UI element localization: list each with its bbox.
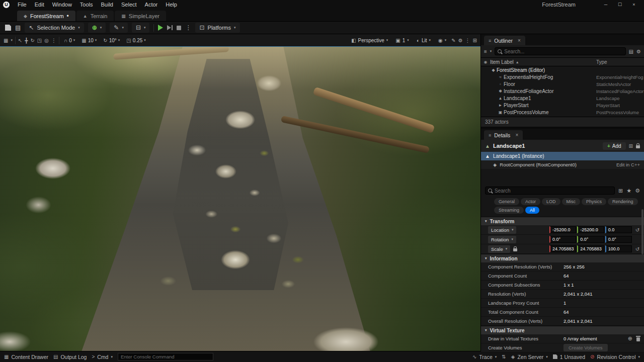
outliner-search-input[interactable] xyxy=(504,49,622,54)
quick-add-dropdown[interactable]: ⊕ ▾ xyxy=(88,23,106,33)
menu-build[interactable]: Build xyxy=(97,1,117,8)
display-options-icon[interactable]: ⊞ xyxy=(618,188,623,194)
details-search-input[interactable] xyxy=(495,188,612,194)
menu-file[interactable]: File xyxy=(14,1,31,8)
viewport-3d-scene[interactable] xyxy=(0,46,480,351)
rotation-dropdown[interactable]: Rotation ▾ xyxy=(488,236,516,243)
cinematics-dropdown[interactable]: ⊟ ▾ xyxy=(132,23,150,33)
brush-icon[interactable]: ✎ xyxy=(451,38,455,43)
perspective-dropdown[interactable]: ◧ Perspective ▾ xyxy=(349,37,390,44)
outliner-row[interactable]: ▲ Landscape1 Landscape xyxy=(481,95,644,102)
zen-server-dropdown[interactable]: ◈ Zen Server ▾ xyxy=(511,354,548,360)
stop-button[interactable] xyxy=(177,26,181,30)
filter-general[interactable]: General xyxy=(494,198,519,205)
minimize-button[interactable]: ─ xyxy=(599,0,613,9)
rotation-snap-dropdown[interactable]: ↻ 10° ▾ xyxy=(101,37,122,44)
add-component-button[interactable]: + Add xyxy=(603,142,626,150)
show-flags-dropdown[interactable]: ◉ ▾ xyxy=(436,37,449,44)
create-volumes-button[interactable]: Create Volumes xyxy=(564,344,608,351)
scale-z-field[interactable]: 100.0 xyxy=(605,245,632,252)
lock-icon[interactable] xyxy=(636,145,640,148)
section-virtual-texture[interactable]: ▾ Virtual Texture xyxy=(481,326,644,334)
location-x-field[interactable]: -25200.0 xyxy=(549,226,576,233)
visibility-column-icon[interactable]: ◉ xyxy=(481,60,490,64)
add-array-element-icon[interactable]: ⊕ xyxy=(628,335,632,342)
view-mode-dropdown[interactable]: ◐ Lit ▾ xyxy=(414,37,433,44)
select-tool-icon[interactable]: ↖ xyxy=(18,38,22,43)
outliner-row[interactable]: ≈ ExponentialHeightFog ExponentialHeight… xyxy=(481,73,644,80)
trace-dropdown[interactable]: ∿ Trace ▾ xyxy=(472,354,497,360)
menu-window[interactable]: Window xyxy=(48,1,76,8)
outliner-tab[interactable]: ≡ Outliner × xyxy=(484,36,525,45)
section-information[interactable]: ▾ Information xyxy=(481,254,644,262)
tool-options-icon[interactable]: ⋮ xyxy=(51,38,56,43)
skip-frame-button[interactable] xyxy=(167,25,173,30)
unsaved-button[interactable]: 1 Unsaved xyxy=(553,354,585,360)
filter-rendering[interactable]: Rendering xyxy=(608,198,638,205)
viewport-options-icon[interactable]: ▦ xyxy=(4,38,8,43)
tab-terrain[interactable]: ▲ Terrain xyxy=(76,11,114,21)
location-z-field[interactable]: 0.0 xyxy=(605,226,632,233)
unreal-logo-icon[interactable]: U xyxy=(3,2,10,8)
scale-snap-dropdown[interactable]: ◳ 0.25 ▾ xyxy=(124,37,147,44)
details-scrollbar[interactable] xyxy=(641,209,643,254)
outliner-row[interactable]: ► PlayerStart PlayerStart xyxy=(481,102,644,109)
chevron-down-icon[interactable]: ▾ xyxy=(490,49,492,53)
details-searchbox[interactable] xyxy=(485,187,615,195)
menu-edit[interactable]: Edit xyxy=(31,1,48,8)
new-folder-icon[interactable]: ▤ xyxy=(629,49,633,54)
details-settings-icon[interactable]: ⚙ xyxy=(635,188,640,194)
grid-snap-dropdown[interactable]: ▦ 10 ▾ xyxy=(79,37,99,44)
content-drawer-button[interactable]: ▦ Content Drawer xyxy=(4,354,48,360)
revision-control-dropdown[interactable]: ⊘ Revision Control ▾ xyxy=(590,354,640,360)
menu-help[interactable]: Help xyxy=(162,1,181,8)
scale-y-field[interactable]: 24.705883 xyxy=(577,245,604,252)
viewport-settings-icon[interactable]: ⚙ xyxy=(458,38,463,43)
edit-in-cpp-link[interactable]: Edit in C++ xyxy=(616,162,640,167)
type-column[interactable]: Type xyxy=(596,59,644,65)
trash-icon[interactable] xyxy=(636,337,640,341)
filter-icon[interactable]: ≡ xyxy=(484,49,487,54)
menu-actor[interactable]: Actor xyxy=(141,1,162,8)
maximize-viewport-icon[interactable]: ⊞ xyxy=(473,38,477,43)
filter-lod[interactable]: LOD xyxy=(542,198,560,205)
surface-snap-dropdown[interactable]: ∩ 0 ▾ xyxy=(62,37,77,44)
move-tool-icon[interactable]: ╋ xyxy=(25,38,28,43)
location-dropdown[interactable]: Location ▾ xyxy=(488,226,516,234)
menu-select[interactable]: Select xyxy=(117,1,141,8)
selection-mode-dropdown[interactable]: ↖ Selection Mode ▾ xyxy=(25,23,84,33)
play-options-icon[interactable]: ⋮ xyxy=(185,24,191,31)
play-button[interactable] xyxy=(158,25,163,31)
save-icon[interactable] xyxy=(5,25,11,31)
rotate-tool-icon[interactable]: ↻ xyxy=(30,38,34,43)
content-browser-icon[interactable]: ▤ xyxy=(15,24,21,31)
close-icon[interactable]: × xyxy=(515,132,518,138)
menu-tools[interactable]: Tools xyxy=(76,1,97,8)
blueprint-convert-icon[interactable]: ⊞ xyxy=(629,143,633,149)
chevron-down-icon[interactable]: ▾ xyxy=(11,38,13,42)
outliner-row[interactable]: ▫ Floor StaticMeshActor xyxy=(481,80,644,87)
component-row-root[interactable]: ◈ RootComponent (RootComponent0) Edit in… xyxy=(481,160,644,169)
rotation-y-field[interactable]: 0.0° xyxy=(577,236,604,243)
scale-x-field[interactable]: 24.705883 xyxy=(549,245,576,252)
output-log-button[interactable]: ▤ Output Log xyxy=(53,354,87,360)
outliner-row[interactable]: ▣ PostProcessVolume PostProcessVolume xyxy=(481,109,644,116)
outliner-settings-icon[interactable]: ⚙ xyxy=(636,49,641,54)
cmd-dropdown[interactable]: > Cmd ▾ xyxy=(92,354,113,360)
more-options-icon[interactable]: ⋮ xyxy=(465,38,470,43)
filter-physics[interactable]: Physics xyxy=(582,198,606,205)
scale-tool-icon[interactable]: ◳ xyxy=(37,38,42,43)
tab-simplelayer[interactable]: ▦ SimpleLayer xyxy=(115,11,166,21)
location-y-field[interactable]: -25200.0 xyxy=(577,226,604,233)
rotation-x-field[interactable]: 0.0° xyxy=(549,236,576,243)
platforms-dropdown[interactable]: ⊡ Platforms ▾ xyxy=(195,23,239,33)
world-space-icon[interactable]: ◎ xyxy=(44,38,49,43)
network-icon[interactable]: ⇅ xyxy=(502,354,506,359)
console-command-input[interactable] xyxy=(118,353,213,360)
reset-location-icon[interactable]: ↺ xyxy=(634,227,641,233)
outliner-row-root[interactable]: ◆ ForestStream (Editor) xyxy=(481,66,644,73)
filter-actor[interactable]: Actor xyxy=(521,198,540,205)
close-button[interactable]: × xyxy=(627,0,641,9)
filter-misc[interactable]: Misc xyxy=(562,198,581,205)
details-tab[interactable]: ≡ Details × xyxy=(484,130,523,140)
